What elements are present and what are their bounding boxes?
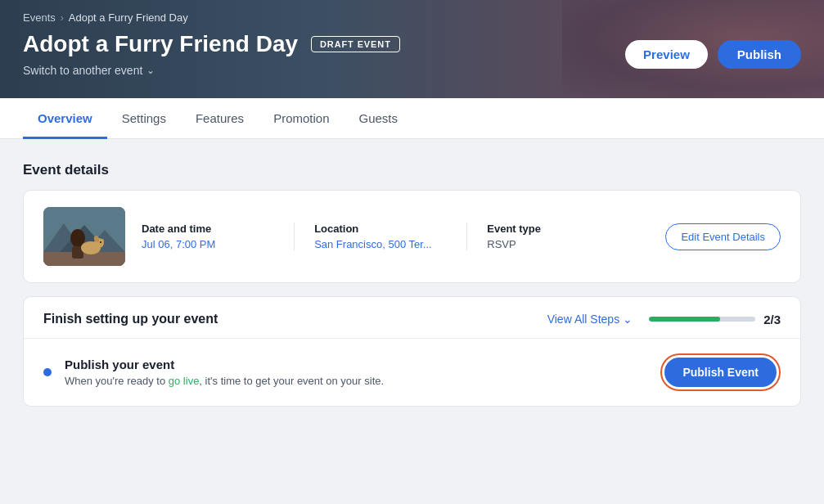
publish-event-row: Publish your event When you're ready to … — [24, 339, 800, 406]
location-value: San Francisco, 500 Ter... — [314, 238, 447, 250]
svg-point-9 — [99, 239, 104, 242]
breadcrumb-events[interactable]: Events — [23, 11, 56, 24]
tab-features[interactable]: Features — [181, 98, 259, 139]
location-label: Location — [314, 223, 447, 235]
preview-button[interactable]: Preview — [625, 40, 708, 69]
main-content: Event details — [0, 139, 824, 439]
tab-overview[interactable]: Overview — [23, 98, 107, 139]
progress-bar-fill — [649, 317, 720, 322]
switch-event-row[interactable]: Switch to another event ⌄ — [23, 64, 400, 77]
header-actions: Preview Publish — [625, 40, 801, 69]
header-banner: Events › Adopt a Furry Friend Day Adopt … — [0, 0, 824, 98]
setup-right: View All Steps ⌄ 2/3 — [547, 313, 781, 326]
event-thumbnail — [43, 207, 125, 266]
tab-promotion[interactable]: Promotion — [259, 98, 344, 139]
svg-rect-4 — [43, 252, 125, 266]
page-title: Adopt a Furry Friend Day — [23, 32, 298, 57]
blue-dot-icon — [43, 368, 52, 376]
switch-event-label: Switch to another event — [23, 64, 142, 77]
breadcrumb-current: Adopt a Furry Friend Day — [69, 11, 188, 24]
go-live-text: go live — [169, 375, 200, 387]
setup-card: Finish setting up your event View All St… — [23, 296, 801, 407]
progress-bar-bg — [649, 317, 755, 322]
date-label: Date and time — [142, 223, 274, 235]
tabs-bar: Overview Settings Features Promotion Gue… — [0, 98, 824, 139]
tab-settings[interactable]: Settings — [107, 98, 181, 139]
event-type-col: Event type RSVP — [466, 223, 639, 250]
publish-event-title: Publish your event — [65, 358, 647, 371]
event-location-col: Location San Francisco, 500 Ter... — [294, 223, 466, 250]
publish-event-button-wrapper: Publish Event — [660, 353, 781, 391]
date-value: Jul 06, 7:00 PM — [142, 238, 274, 250]
event-type-value: RSVP — [487, 238, 619, 250]
setup-card-header: Finish setting up your event View All St… — [24, 297, 800, 339]
setup-title: Finish setting up your event — [43, 312, 218, 326]
event-details-card: Date and time Jul 06, 7:00 PM Location S… — [23, 190, 801, 283]
publish-event-button[interactable]: Publish Event — [664, 358, 777, 387]
event-info-cols: Date and time Jul 06, 7:00 PM Location S… — [142, 223, 639, 250]
tab-guests[interactable]: Guests — [344, 98, 413, 139]
event-details-section-title: Event details — [23, 162, 801, 178]
header-left: Adopt a Furry Friend Day DRAFT EVENT Swi… — [23, 32, 400, 77]
publish-event-text: Publish your event When you're ready to … — [65, 358, 647, 387]
header-title-row: Adopt a Furry Friend Day DRAFT EVENT — [23, 32, 400, 57]
header-main-row: Adopt a Furry Friend Day DRAFT EVENT Swi… — [23, 32, 801, 77]
progress-label: 2/3 — [763, 313, 781, 326]
edit-event-details-button[interactable]: Edit Event Details — [665, 223, 781, 250]
event-type-label: Event type — [487, 223, 619, 235]
publish-event-description: When you're ready to go live, it's time … — [65, 375, 647, 387]
breadcrumb-separator: › — [61, 12, 64, 24]
publish-header-button[interactable]: Publish — [718, 40, 801, 69]
breadcrumb: Events › Adopt a Furry Friend Day — [23, 11, 801, 24]
event-date-col: Date and time Jul 06, 7:00 PM — [142, 223, 294, 250]
svg-point-11 — [100, 241, 101, 243]
chevron-down-icon: ⌄ — [146, 65, 155, 76]
view-all-steps-button[interactable]: View All Steps ⌄ — [547, 313, 633, 326]
view-all-steps-chevron: ⌄ — [623, 313, 633, 326]
draft-badge: DRAFT EVENT — [311, 36, 400, 52]
progress-container: 2/3 — [649, 313, 781, 326]
view-all-steps-label: View All Steps — [547, 313, 619, 326]
